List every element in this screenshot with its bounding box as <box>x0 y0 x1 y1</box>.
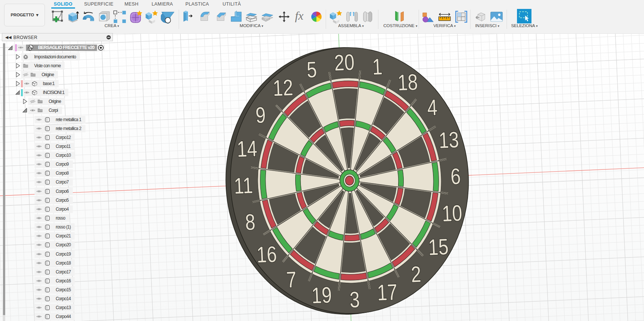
svg-text:2: 2 <box>410 261 422 287</box>
svg-text:14: 14 <box>236 136 257 162</box>
svg-text:15: 15 <box>428 234 449 260</box>
svg-text:9: 9 <box>255 102 266 128</box>
svg-text:6: 6 <box>450 163 461 189</box>
svg-text:10: 10 <box>441 200 462 226</box>
svg-text:16: 16 <box>256 241 277 268</box>
svg-text:18: 18 <box>397 69 418 95</box>
svg-text:12: 12 <box>272 75 293 101</box>
svg-text:7: 7 <box>286 267 297 292</box>
svg-text:fx: fx <box>295 10 303 22</box>
svg-text:11: 11 <box>233 172 253 198</box>
svg-text:1: 1 <box>372 54 383 80</box>
svg-text:20: 20 <box>334 49 355 75</box>
svg-text:17: 17 <box>377 279 398 305</box>
svg-text:4: 4 <box>427 95 438 120</box>
svg-text:8: 8 <box>245 209 256 235</box>
svg-text:5: 5 <box>306 57 317 82</box>
svg-text:3: 3 <box>349 287 360 312</box>
svg-text:13: 13 <box>438 127 459 153</box>
svg-text:19: 19 <box>311 282 332 308</box>
